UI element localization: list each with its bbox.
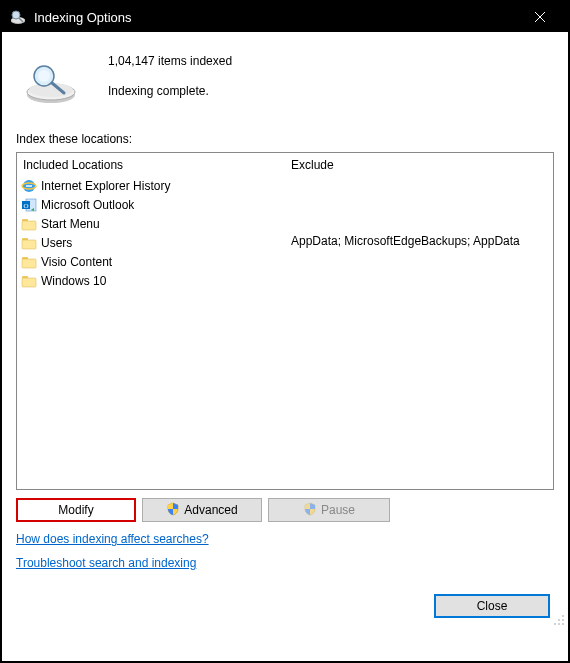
list-item[interactable]: OMicrosoft Outlook xyxy=(17,195,284,214)
titlebar: Indexing Options xyxy=(2,2,568,32)
advanced-button[interactable]: Advanced xyxy=(142,498,262,522)
svg-point-25 xyxy=(562,615,564,617)
exclude-cell xyxy=(285,271,553,290)
svg-point-27 xyxy=(562,619,564,621)
indexing-status-label: Indexing complete. xyxy=(108,84,232,98)
folder-icon xyxy=(21,273,37,289)
list-item[interactable]: Internet Explorer History xyxy=(17,176,284,195)
svg-point-10 xyxy=(38,70,50,82)
index-locations-label: Index these locations: xyxy=(16,132,554,146)
folder-icon xyxy=(21,235,37,251)
exclude-cell: AppData; MicrosoftEdgeBackups; AppData xyxy=(285,233,553,252)
exclude-cell xyxy=(285,214,553,233)
close-button[interactable]: Close xyxy=(434,594,550,618)
list-item[interactable]: Start Menu xyxy=(17,214,284,233)
list-item[interactable]: Users xyxy=(17,233,284,252)
svg-rect-18 xyxy=(22,221,36,230)
exclude-header: Exclude xyxy=(285,153,553,176)
advanced-button-label: Advanced xyxy=(184,503,237,517)
included-locations-header: Included Locations xyxy=(17,153,284,176)
window-close-button[interactable] xyxy=(520,2,560,32)
close-icon xyxy=(534,11,546,23)
pause-button-label: Pause xyxy=(321,503,355,517)
list-item-label: Start Menu xyxy=(41,217,100,231)
exclude-cell xyxy=(285,176,553,195)
folder-icon xyxy=(21,254,37,270)
list-item-label: Microsoft Outlook xyxy=(41,198,134,212)
outlook-icon: O xyxy=(21,197,37,213)
svg-point-30 xyxy=(562,623,564,625)
list-item-label: Users xyxy=(41,236,72,250)
svg-point-26 xyxy=(558,619,560,621)
svg-rect-22 xyxy=(22,259,36,268)
svg-point-8 xyxy=(29,83,73,97)
close-button-label: Close xyxy=(477,599,508,613)
svg-point-28 xyxy=(554,623,556,625)
ie-icon xyxy=(21,178,37,194)
list-item-label: Internet Explorer History xyxy=(41,179,170,193)
shield-icon xyxy=(303,502,317,519)
troubleshoot-link[interactable]: Troubleshoot search and indexing xyxy=(16,556,196,570)
pause-button: Pause xyxy=(268,498,390,522)
modify-button[interactable]: Modify xyxy=(16,498,136,522)
exclude-cell xyxy=(285,252,553,271)
list-item-label: Visio Content xyxy=(41,255,112,269)
how-indexing-affects-link[interactable]: How does indexing affect searches? xyxy=(16,532,209,546)
modify-button-label: Modify xyxy=(58,503,93,517)
svg-text:O: O xyxy=(23,202,28,210)
svg-point-29 xyxy=(558,623,560,625)
svg-point-2 xyxy=(12,11,20,19)
items-indexed-label: 1,04,147 items indexed xyxy=(108,54,232,68)
window-title: Indexing Options xyxy=(34,10,520,25)
locations-listbox: Included Locations Internet Explorer His… xyxy=(16,152,554,490)
svg-rect-24 xyxy=(22,278,36,287)
svg-rect-20 xyxy=(22,240,36,249)
shield-icon xyxy=(166,502,180,519)
list-item-label: Windows 10 xyxy=(41,274,106,288)
folder-icon xyxy=(21,216,37,232)
resize-grip[interactable] xyxy=(551,612,565,626)
list-item[interactable]: Windows 10 xyxy=(17,271,284,290)
indexing-icon xyxy=(24,62,78,104)
exclude-cell xyxy=(285,195,553,214)
status-area: 1,04,147 items indexed Indexing complete… xyxy=(16,50,554,104)
app-icon xyxy=(10,9,26,25)
list-item[interactable]: Visio Content xyxy=(17,252,284,271)
